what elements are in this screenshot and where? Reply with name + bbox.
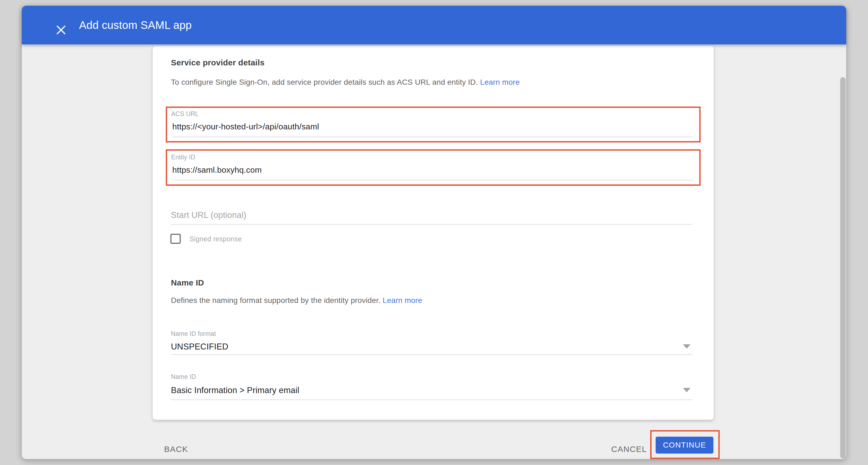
- start-url-underline: [171, 224, 692, 225]
- name-id-description-text: Defines the naming format supported by t…: [171, 296, 380, 304]
- name-id-format-select[interactable]: UNSPECIFIED: [171, 342, 228, 352]
- cancel-button[interactable]: CANCEL: [611, 439, 647, 459]
- acs-url-label: ACS URL: [171, 110, 199, 118]
- signed-response-checkbox[interactable]: [170, 234, 181, 244]
- service-provider-learn-more-link[interactable]: Learn more: [480, 78, 520, 86]
- service-provider-description: To configure Single Sign-On, add service…: [171, 78, 520, 87]
- entity-id-underline: [172, 180, 693, 180]
- annotation-box-entity-id: Entity ID https://saml.boxyhq.com: [166, 149, 701, 186]
- service-provider-form-card: Service provider details To configure Si…: [153, 46, 714, 420]
- entity-id-label: Entity ID: [171, 154, 195, 161]
- name-id-format-label: Name ID format: [171, 330, 216, 337]
- name-id-select[interactable]: Basic Information > Primary email: [171, 386, 299, 395]
- service-provider-description-text: To configure Single Sign-On, add service…: [171, 78, 478, 86]
- back-button[interactable]: BACK: [164, 439, 188, 459]
- name-id-learn-more-link[interactable]: Learn more: [383, 296, 422, 304]
- chevron-down-icon[interactable]: [683, 344, 690, 349]
- close-button[interactable]: [52, 21, 70, 39]
- close-icon: [56, 25, 66, 35]
- name-id-select-label: Name ID: [171, 373, 196, 380]
- signed-response-label: Signed response: [189, 235, 242, 243]
- continue-button[interactable]: CONTINUE: [656, 437, 713, 454]
- acs-url-underline: [172, 136, 693, 137]
- name-id-format-underline: [171, 354, 692, 355]
- name-id-heading: Name ID: [171, 278, 204, 288]
- dialog-header: Add custom SAML app: [22, 6, 846, 44]
- entity-id-input[interactable]: https://saml.boxyhq.com: [172, 165, 262, 175]
- scrollbar-thumb[interactable]: [840, 77, 846, 459]
- start-url-input[interactable]: Start URL (optional): [171, 210, 246, 220]
- name-id-underline: [171, 399, 692, 400]
- chevron-down-icon[interactable]: [683, 388, 690, 392]
- page-background: Add custom SAML app Service provider det…: [0, 0, 868, 465]
- dialog-title: Add custom SAML app: [79, 6, 192, 44]
- add-custom-saml-app-dialog: Add custom SAML app Service provider det…: [22, 6, 846, 459]
- service-provider-details-heading: Service provider details: [171, 58, 265, 67]
- annotation-box-acs-url: ACS URL https://<your-hosted-url>/api/oa…: [166, 106, 701, 142]
- name-id-description: Defines the naming format supported by t…: [171, 296, 422, 305]
- acs-url-input[interactable]: https://<your-hosted-url>/api/oauth/saml: [172, 122, 319, 131]
